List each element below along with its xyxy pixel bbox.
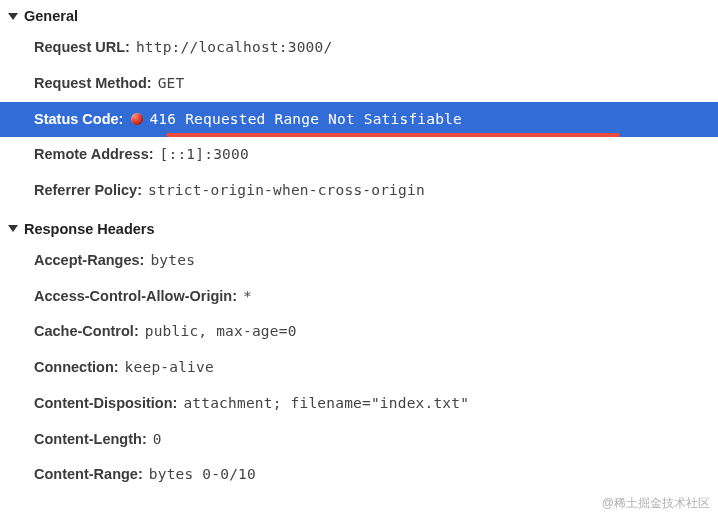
- row-request-url[interactable]: Request URL: http://localhost:3000/: [0, 30, 718, 66]
- section-title: Response Headers: [24, 221, 155, 237]
- field-label: Status Code: [34, 109, 119, 131]
- status-error-icon: [131, 113, 143, 125]
- field-label: Request Method: [34, 73, 147, 95]
- watermark: @稀土掘金技术社区: [602, 495, 710, 499]
- field-value: bytes 0-0/10: [149, 464, 256, 486]
- chevron-down-icon: [8, 225, 18, 232]
- field-value: 0: [153, 429, 162, 451]
- row-content-disposition[interactable]: Content-Disposition: attachment; filenam…: [0, 386, 718, 422]
- colon: :: [119, 109, 130, 131]
- row-content-length[interactable]: Content-Length: 0: [0, 422, 718, 458]
- row-accept-ranges[interactable]: Accept-Ranges: bytes: [0, 243, 718, 279]
- field-label: Remote Address: [34, 144, 149, 166]
- field-value: bytes: [150, 250, 195, 272]
- general-rows: Request URL: http://localhost:3000/ Requ…: [0, 30, 718, 215]
- colon: :: [142, 429, 153, 451]
- colon: :: [140, 250, 151, 272]
- field-label: Content-Range: [34, 464, 138, 486]
- field-label: Request URL: [34, 37, 125, 59]
- colon: :: [149, 144, 160, 166]
- field-label: Cache-Control: [34, 321, 134, 343]
- field-label: Content-Length: [34, 429, 142, 451]
- row-access-control-allow-origin[interactable]: Access-Control-Allow-Origin: *: [0, 279, 718, 315]
- row-cache-control[interactable]: Cache-Control: public, max-age=0: [0, 314, 718, 350]
- section-header-general[interactable]: General: [0, 0, 718, 30]
- colon: :: [232, 286, 243, 308]
- field-value: http://localhost:3000/: [136, 37, 332, 59]
- field-value: keep-alive: [125, 357, 214, 379]
- colon: :: [137, 180, 148, 202]
- row-content-range[interactable]: Content-Range: bytes 0-0/10: [0, 457, 718, 493]
- field-value: 416 Requested Range Not Satisfiable: [149, 109, 462, 131]
- field-value: strict-origin-when-cross-origin: [148, 180, 425, 202]
- field-label: Content-Disposition: [34, 393, 173, 415]
- section-header-response-headers[interactable]: Response Headers: [0, 215, 718, 243]
- field-value: GET: [158, 73, 185, 95]
- colon: :: [138, 464, 149, 486]
- row-status-code[interactable]: Status Code: 416 Requested Range Not Sat…: [0, 102, 718, 138]
- field-value: public, max-age=0: [145, 321, 297, 343]
- row-connection[interactable]: Connection: keep-alive: [0, 350, 718, 386]
- row-remote-address[interactable]: Remote Address: [::1]:3000: [0, 137, 718, 173]
- response-headers-rows: Accept-Ranges: bytes Access-Control-Allo…: [0, 243, 718, 499]
- colon: :: [114, 357, 125, 379]
- field-value: [::1]:3000: [160, 144, 249, 166]
- field-label: Access-Control-Allow-Origin: [34, 286, 232, 308]
- row-referrer-policy[interactable]: Referrer Policy: strict-origin-when-cros…: [0, 173, 718, 209]
- field-label: Connection: [34, 357, 114, 379]
- colon: :: [173, 393, 184, 415]
- field-value: *: [243, 286, 252, 308]
- chevron-down-icon: [8, 13, 18, 20]
- annotation-underline: [166, 133, 620, 137]
- colon: :: [134, 321, 145, 343]
- field-label: Referrer Policy: [34, 180, 137, 202]
- colon: :: [125, 37, 136, 59]
- row-request-method[interactable]: Request Method: GET: [0, 66, 718, 102]
- field-label: Accept-Ranges: [34, 250, 140, 272]
- field-value: attachment; filename="index.txt": [183, 393, 469, 415]
- section-title: General: [24, 8, 78, 24]
- colon: :: [147, 73, 158, 95]
